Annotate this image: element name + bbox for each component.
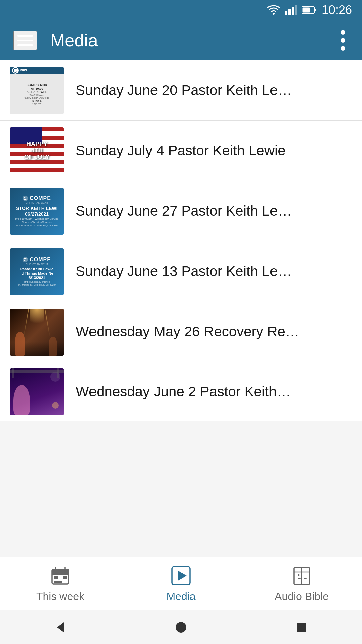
hamburger-menu-button[interactable] — [13, 31, 37, 50]
battery-icon — [302, 6, 317, 14]
svg-rect-3 — [292, 7, 294, 15]
hamburger-line-2 — [17, 40, 33, 41]
svg-rect-17 — [63, 576, 67, 579]
home-button[interactable] — [174, 621, 188, 634]
media-thumbnail: COMPE CHRISTIAN CENT Pastor Keith Lewiel… — [10, 248, 64, 295]
status-bar: 10:26 — [0, 0, 362, 20]
media-item-title: Wednesday May 26 Recovery Re… — [76, 323, 299, 341]
recent-apps-button[interactable] — [295, 621, 308, 634]
play-icon — [170, 565, 192, 586]
svg-point-0 — [273, 13, 275, 15]
svg-rect-6 — [314, 9, 316, 11]
media-thumbnail: MPEL SUNDAY MORAT 10:00ALL ARE WEL 2447 … — [10, 67, 64, 114]
hamburger-line-3 — [17, 44, 33, 46]
svg-point-9 — [341, 38, 345, 43]
nav-label-audio-bible: Audio Bible — [275, 590, 329, 603]
svg-rect-7 — [302, 8, 310, 13]
media-thumbnail: HAPPY 4THOF JULY — [10, 127, 64, 174]
back-button[interactable] — [54, 621, 67, 634]
app-bar: Media — [0, 20, 362, 60]
media-thumbnail: COMPE CHRISTIAN CENT STOR KEITH LEWI06/2… — [10, 188, 64, 235]
svg-rect-32 — [297, 623, 306, 632]
media-item-title: Sunday July 4 Pastor Keith Lewie — [76, 142, 286, 160]
media-item[interactable]: COMPE CHRISTIAN CENT STOR KEITH LEWI06/2… — [0, 181, 362, 241]
media-item[interactable]: HAPPY 4THOF JULY Sunday July 4 Pastor Ke… — [0, 121, 362, 181]
svg-rect-1 — [285, 11, 287, 15]
nav-item-media[interactable]: Media — [121, 565, 241, 603]
nav-label-media: Media — [166, 590, 195, 603]
svg-rect-18 — [54, 581, 58, 583]
svg-rect-16 — [54, 576, 58, 579]
media-item-title: Sunday June 13 Pastor Keith Le… — [76, 262, 292, 281]
media-item-title: Wednesday June 2 Pastor Keith… — [76, 383, 291, 401]
media-item-title: Sunday June 20 Pastor Keith Le… — [76, 81, 292, 100]
nav-label-this-week: This week — [36, 590, 84, 603]
svg-rect-4 — [295, 5, 297, 15]
wifi-icon — [267, 5, 280, 15]
svg-point-10 — [341, 46, 345, 51]
page-title: Media — [50, 30, 337, 50]
svg-point-8 — [341, 30, 345, 35]
overflow-menu-button[interactable] — [337, 26, 349, 54]
svg-rect-12 — [52, 569, 69, 574]
svg-point-31 — [176, 622, 186, 633]
nav-item-audio-bible[interactable]: Audio Bible — [241, 565, 362, 603]
media-thumbnail — [10, 368, 64, 415]
media-list: MPEL SUNDAY MORAT 10:00ALL ARE WEL 2447 … — [0, 60, 362, 421]
system-navigation-bar — [0, 610, 362, 644]
media-item[interactable]: COMPE CHRISTIAN CENT Pastor Keith Lewiel… — [0, 241, 362, 302]
hamburger-line-1 — [17, 35, 33, 37]
bible-icon — [291, 565, 312, 586]
media-item[interactable]: Wednesday May 26 Recovery Re… — [0, 302, 362, 362]
media-item[interactable]: Wednesday June 2 Pastor Keith… — [0, 362, 362, 421]
signal-icon — [285, 5, 297, 15]
media-thumbnail — [10, 309, 64, 356]
nav-item-this-week[interactable]: This week — [0, 565, 121, 603]
bottom-navigation: This week Media Audio Bible — [0, 557, 362, 610]
svg-marker-21 — [178, 571, 187, 581]
calendar-icon — [50, 565, 71, 586]
status-icons: 10:26 — [267, 3, 352, 17]
svg-rect-19 — [58, 581, 62, 583]
status-time: 10:26 — [322, 3, 352, 17]
media-item-title: Sunday June 27 Pastor Keith Le… — [76, 202, 292, 220]
svg-rect-2 — [288, 9, 291, 15]
media-item[interactable]: MPEL SUNDAY MORAT 10:00ALL ARE WEL 2447 … — [0, 60, 362, 121]
svg-marker-30 — [57, 622, 64, 632]
